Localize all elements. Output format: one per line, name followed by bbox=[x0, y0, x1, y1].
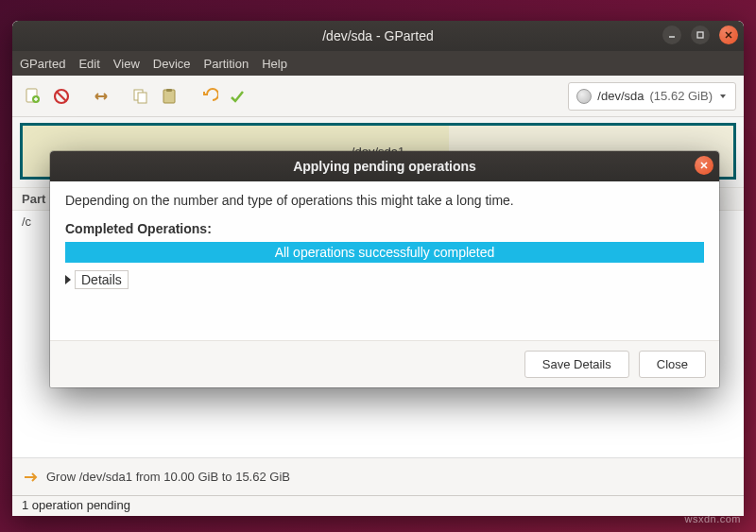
dialog-body: Depending on the number and type of oper… bbox=[50, 181, 719, 340]
details-toggle[interactable]: Details bbox=[65, 270, 704, 289]
details-label: Details bbox=[75, 270, 129, 289]
completed-header: Completed Operations: bbox=[65, 221, 704, 236]
progress-text: All operations successfully completed bbox=[275, 245, 495, 260]
close-button[interactable]: Close bbox=[639, 351, 706, 378]
dialog-overlay: Applying pending operations Depending on… bbox=[0, 0, 756, 532]
dialog-buttons: Save Details Close bbox=[50, 340, 719, 387]
close-icon bbox=[699, 161, 709, 170]
save-details-button[interactable]: Save Details bbox=[524, 351, 629, 378]
dialog-message: Depending on the number and type of oper… bbox=[65, 193, 704, 208]
apply-dialog: Applying pending operations Depending on… bbox=[50, 151, 719, 387]
dialog-title: Applying pending operations bbox=[293, 159, 476, 174]
dialog-close-button[interactable] bbox=[695, 156, 713, 175]
progress-bar: All operations successfully completed bbox=[65, 242, 704, 263]
dialog-titlebar: Applying pending operations bbox=[50, 151, 719, 181]
expand-right-icon bbox=[65, 275, 71, 284]
